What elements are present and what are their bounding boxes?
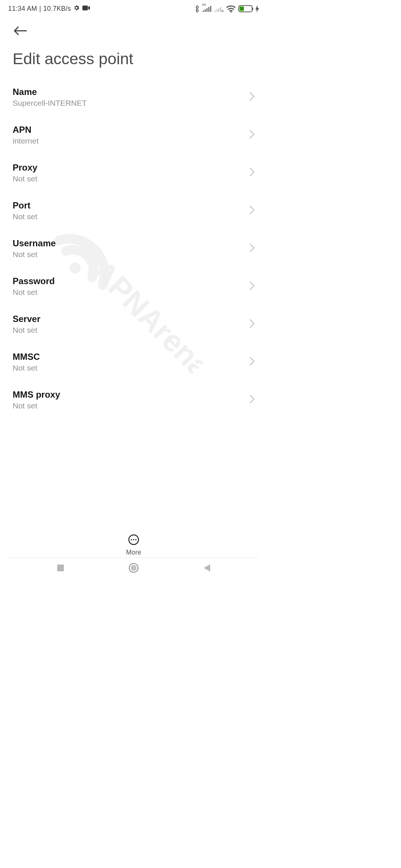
status-speed: 10.7KB/s [43, 5, 71, 13]
svg-rect-5 [210, 6, 211, 12]
charging-icon [255, 5, 259, 13]
settings-list-wrapper: NameSupercell-INTERNETAPNinternetProxyNo… [0, 78, 267, 531]
circle-icon [128, 563, 139, 574]
battery-icon: 38 [238, 5, 252, 12]
chevron-right-icon [250, 395, 255, 405]
status-right: 4G [195, 5, 259, 13]
wifi-icon [226, 5, 235, 13]
more-icon [128, 534, 139, 546]
row-value: internet [13, 137, 39, 145]
row-texts: PortNot set [13, 200, 38, 221]
settings-row-apn[interactable]: APNinternet [13, 116, 255, 154]
row-value: Not set [13, 401, 60, 410]
svg-rect-0 [82, 6, 88, 10]
battery-pct-text: 38 [240, 7, 244, 11]
svg-point-18 [131, 565, 137, 571]
chevron-right-icon [250, 319, 255, 329]
row-texts: MMSCNot set [13, 352, 40, 372]
svg-rect-7 [216, 9, 218, 12]
svg-rect-3 [206, 8, 208, 12]
row-value: Not set [13, 364, 40, 372]
chevron-right-icon [250, 243, 255, 254]
row-texts: PasswordNot set [13, 276, 55, 297]
chevron-right-icon [250, 206, 255, 216]
status-time: 11:34 AM [8, 5, 37, 13]
row-value: Supercell-INTERNET [13, 99, 87, 108]
more-button[interactable]: More [126, 534, 141, 556]
svg-rect-16 [57, 565, 64, 571]
settings-row-server[interactable]: ServerNot set [13, 305, 255, 343]
settings-row-name[interactable]: NameSupercell-INTERNET [13, 78, 255, 116]
app-header: Edit access point [0, 15, 267, 68]
row-value: Not set [13, 326, 40, 335]
row-value: Not set [13, 250, 56, 259]
page-title: Edit access point [13, 50, 255, 68]
bottom-actions: More [0, 530, 267, 556]
signal-1-icon: 4G [203, 5, 212, 13]
settings-row-password[interactable]: PasswordNot set [13, 267, 255, 305]
svg-rect-8 [218, 8, 219, 12]
triangle-left-icon [203, 563, 211, 573]
camera-icon [82, 5, 90, 13]
square-icon [56, 564, 65, 573]
chevron-right-icon [250, 92, 255, 102]
row-label: Server [13, 314, 40, 324]
svg-rect-6 [215, 10, 216, 12]
row-texts: NameSupercell-INTERNET [13, 87, 87, 108]
svg-point-14 [133, 539, 134, 540]
nav-recents-button[interactable] [52, 559, 69, 577]
chevron-right-icon [250, 130, 255, 140]
settings-row-username[interactable]: UsernameNot set [13, 230, 255, 267]
svg-rect-1 [203, 10, 204, 12]
svg-point-13 [131, 539, 132, 540]
row-label: Name [13, 87, 87, 97]
row-label: MMSC [13, 352, 40, 362]
row-texts: MMS proxyNot set [13, 389, 60, 410]
svg-rect-9 [220, 7, 221, 12]
row-texts: ProxyNot set [13, 162, 38, 183]
bluetooth-icon [195, 5, 200, 13]
settings-row-proxy[interactable]: ProxyNot set [13, 154, 255, 192]
row-value: Not set [13, 174, 38, 183]
more-label: More [126, 549, 141, 556]
chevron-right-icon [250, 168, 255, 178]
status-separator: | [39, 5, 41, 13]
settings-list: NameSupercell-INTERNETAPNinternetProxyNo… [0, 78, 267, 419]
chevron-right-icon [250, 281, 255, 292]
row-label: Proxy [13, 162, 38, 173]
row-label: Password [13, 276, 55, 286]
row-value: Not set [13, 212, 38, 221]
back-arrow-icon [13, 26, 27, 36]
svg-point-10 [230, 11, 231, 12]
status-left: 11:34 AM | 10.7KB/s [8, 4, 90, 13]
settings-row-mmsc[interactable]: MMSCNot set [13, 343, 255, 381]
nav-bar [0, 558, 267, 579]
row-texts: APNinternet [13, 125, 39, 145]
row-texts: UsernameNot set [13, 238, 56, 259]
signal-2-icon [215, 5, 224, 13]
svg-rect-2 [205, 9, 206, 12]
status-bar: 11:34 AM | 10.7KB/s 4G [0, 0, 267, 15]
chevron-right-icon [250, 357, 255, 367]
row-label: MMS proxy [13, 389, 60, 400]
row-label: Username [13, 238, 56, 249]
settings-row-port[interactable]: PortNot set [13, 192, 255, 230]
settings-row-mms-proxy[interactable]: MMS proxyNot set [13, 381, 255, 419]
svg-point-15 [135, 539, 137, 540]
nav-back-button[interactable] [198, 559, 216, 577]
battery-fill: 38 [239, 6, 244, 11]
row-texts: ServerNot set [13, 314, 40, 335]
row-value: Not set [13, 288, 55, 297]
back-button[interactable] [13, 24, 27, 39]
svg-rect-4 [208, 7, 209, 12]
row-label: APN [13, 125, 39, 135]
nav-home-button[interactable] [125, 559, 143, 577]
row-label: Port [13, 200, 38, 211]
gear-icon [73, 4, 80, 13]
